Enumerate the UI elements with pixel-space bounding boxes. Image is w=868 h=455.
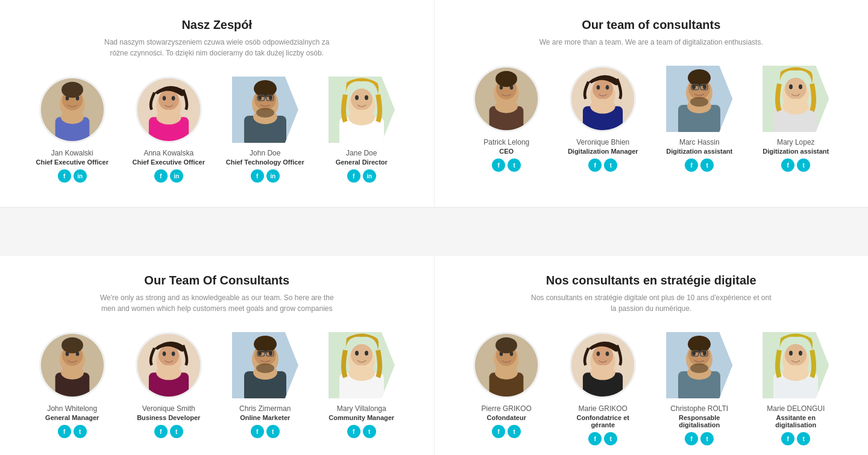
twitter-icon-veronique[interactable]: t (604, 158, 617, 172)
team-grid-bottom-right: Pierre GRIKOO Cofondateur f t (447, 332, 857, 445)
socials-chris: f t (251, 425, 280, 438)
svg-point-60 (690, 97, 708, 107)
name-mary-lopez: Mary Lopez (777, 138, 815, 146)
svg-point-7 (61, 82, 83, 98)
facebook-icon-marc[interactable]: f (685, 158, 698, 172)
socials-john: f in (251, 169, 280, 183)
avatar-marie-g (570, 332, 636, 398)
svg-point-133 (782, 365, 809, 381)
facebook-icon-marie-d[interactable]: f (781, 432, 794, 445)
role-marie-delongui: Assitante en digitalisation (756, 414, 835, 428)
facebook-icon-jan[interactable]: f (58, 169, 71, 183)
linkedin-icon-jane[interactable]: in (363, 169, 376, 183)
role-patrick: CEO (499, 148, 514, 155)
avatar-pent-mary-lopez (763, 66, 829, 132)
section-bottom-right: Nos consultants en stratégie digitale No… (435, 256, 869, 455)
avatar-christophe (666, 332, 732, 398)
subtitle-consultants-bottom-left: We're only as strong and as knowledgeabl… (96, 292, 338, 314)
svg-point-80 (156, 365, 181, 380)
svg-point-99 (348, 365, 375, 381)
role-jane-doe: General Director (336, 158, 388, 166)
socials-patrick: f t (492, 158, 521, 172)
role-veronique-bhien: Digitalization Manager (568, 148, 638, 155)
avatar-pent-chris (232, 332, 298, 398)
twitter-icon-john-w[interactable]: t (74, 425, 87, 438)
facebook-icon-jane[interactable]: f (347, 169, 360, 183)
svg-point-31 (348, 110, 375, 125)
avatar-veronique-bhien (570, 66, 636, 132)
avatar-marc (666, 66, 732, 132)
facebook-icon-anna[interactable]: f (154, 169, 168, 183)
facebook-icon-veronique[interactable]: f (588, 158, 602, 172)
avatar-circle-veronique-s (136, 332, 202, 398)
svg-point-128 (690, 363, 708, 373)
name-john-doe: John Doe (250, 149, 280, 157)
linkedin-icon-anna[interactable]: in (170, 169, 183, 183)
avatar-circle-john-w (39, 332, 105, 398)
facebook-icon-chris[interactable]: f (251, 425, 264, 438)
member-marc: Marc Hassin Digitization assistant f t (660, 66, 738, 172)
face-svg-jan (41, 77, 104, 143)
avatar-chris (232, 332, 298, 398)
socials-jan: f in (58, 169, 87, 183)
name-marie-grikoo: Marie GRIKOO (579, 404, 627, 413)
svg-point-38 (495, 99, 518, 113)
twitter-icon-mary-lopez[interactable]: t (797, 158, 810, 172)
twitter-icon-marie-d[interactable]: t (797, 432, 810, 445)
svg-point-100 (355, 351, 359, 356)
subtitle-consultants-top: We are more than a team. We are a team o… (530, 37, 772, 48)
facebook-icon-pierre[interactable]: f (492, 425, 505, 438)
avatar-marie-d (763, 332, 829, 398)
face-svg-marie-d (763, 332, 829, 398)
page: Nasz Zespół Nad naszym stowarzyszeniem c… (0, 0, 868, 455)
twitter-icon-marc[interactable]: t (700, 158, 714, 172)
facebook-icon-john-w[interactable]: f (58, 425, 71, 438)
svg-point-14 (171, 96, 175, 101)
twitter-icon-mary-v[interactable]: t (363, 425, 376, 438)
svg-point-124 (688, 336, 711, 353)
face-svg-john-w (41, 332, 104, 398)
face-svg-veronique (571, 66, 634, 132)
face-svg-mary-v (329, 332, 395, 398)
avatar-pent-marie-d (763, 332, 829, 398)
member-jane-doe: Jane Doe General Director f in (322, 77, 401, 183)
member-mary-villalonga: Mary Villalonga Community Manager f t (322, 332, 401, 438)
twitter-icon-marie-g[interactable]: t (604, 432, 617, 445)
socials-mary-v: f t (347, 425, 376, 438)
twitter-icon-chris[interactable]: t (266, 425, 280, 438)
facebook-icon-mary-lopez[interactable]: f (781, 158, 794, 172)
avatar-circle-anna (136, 77, 202, 143)
linkedin-icon-john[interactable]: in (266, 169, 280, 183)
team-grid-top-right: Patrick Lelong CEO f t (447, 66, 857, 172)
svg-point-26 (256, 108, 274, 118)
name-mary-villalonga: Mary Villalonga (337, 404, 386, 413)
avatar-circle-marie-g (570, 332, 636, 398)
twitter-icon-patrick[interactable]: t (508, 158, 521, 172)
role-pierre: Cofondateur (487, 414, 526, 421)
name-jan-kowalski: Jan Kowalski (51, 149, 93, 157)
twitter-icon-christophe[interactable]: t (700, 432, 714, 445)
twitter-icon-pierre[interactable]: t (508, 425, 521, 438)
svg-point-66 (789, 84, 793, 89)
name-marie-delongui: Marie DELONGUI (767, 404, 825, 413)
team-grid-bottom-left: John Whitelong General Manager f t (12, 332, 422, 438)
facebook-icon-john[interactable]: f (251, 169, 264, 183)
facebook-icon-marie-g[interactable]: f (588, 432, 602, 445)
avatar-circle-jan (39, 77, 105, 143)
facebook-icon-christophe[interactable]: f (685, 432, 698, 445)
top-half: Nasz Zespół Nad naszym stowarzyszeniem c… (0, 0, 868, 207)
team-grid-top-left: Jan Kowalski Chief Executive Officer f i… (12, 77, 422, 183)
linkedin-icon-jan[interactable]: in (74, 169, 87, 183)
socials-jane: f in (347, 169, 376, 183)
svg-point-106 (495, 366, 518, 380)
bottom-half: Our Team Of Consultants We're only as st… (0, 256, 868, 455)
role-chris: Online Marketer (240, 414, 290, 421)
facebook-icon-mary-v[interactable]: f (347, 425, 360, 438)
name-anna-kowalska: Anna Kowalska (143, 149, 193, 157)
face-svg-mary-lopez (763, 66, 829, 132)
twitter-icon-veronique-s[interactable]: t (170, 425, 183, 438)
avatar-patrick (473, 66, 539, 132)
facebook-icon-veronique-s[interactable]: f (154, 425, 168, 438)
svg-point-114 (590, 365, 615, 380)
facebook-icon-patrick[interactable]: f (492, 158, 505, 172)
